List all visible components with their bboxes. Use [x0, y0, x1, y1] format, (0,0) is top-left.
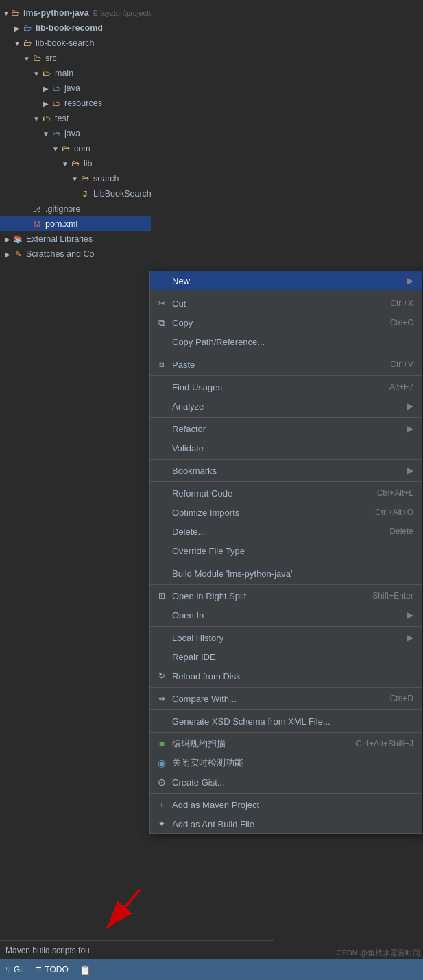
menu-item-reformat[interactable]: Reformat Code Ctrl+Alt+L [150, 483, 422, 503]
tree-item-java-test[interactable]: ▼ 🗁 java [0, 126, 151, 141]
menu-item-validate[interactable]: Validate [150, 438, 422, 457]
extra-icon: 📋 [80, 965, 90, 975]
tree-item-external-libs[interactable]: ▶ 📚 External Libraries [0, 231, 151, 247]
tree-item-lib-book-search[interactable]: ▼ 🗁 lib-book-search [0, 36, 151, 51]
menu-label: Reformat Code [172, 488, 363, 499]
menu-item-compare-with[interactable]: ⇔ Compare With... Ctrl+D [150, 689, 422, 708]
menu-label: Open in Right Split [172, 591, 359, 601]
gitignore-file-icon: ⎇ [32, 203, 43, 214]
tree-label: lib-book-recomd [36, 23, 103, 33]
menu-label: Add as Ant Build File [172, 819, 413, 829]
tree-item-lib[interactable]: ▼ 🗁 lib [0, 156, 151, 171]
menu-label: Override File Type [172, 546, 413, 556]
menu-item-refactor[interactable]: Refactor ▶ [150, 419, 422, 438]
tree-item-resources[interactable]: ▶ 🗁 resources [0, 96, 151, 111]
folder-icon: 🗁 [51, 83, 62, 94]
menu-label: Find Usages [172, 382, 376, 392]
menu-item-paste[interactable]: ⧈ Paste Ctrl+V [150, 355, 422, 374]
tree-item-lms-python-java[interactable]: ▼ 🗁 lms-python-java E:\syzton\project\lm… [0, 5, 151, 21]
validate-icon [156, 442, 168, 454]
status-bar-extra[interactable]: 📋 [80, 965, 90, 975]
menu-item-find-usages[interactable]: Find Usages Alt+F7 [150, 377, 422, 397]
menu-item-delete[interactable]: Delete... Delete [150, 522, 422, 541]
separator [150, 562, 422, 562]
arrow-icon: ▼ [32, 115, 41, 123]
tree-item-java-main[interactable]: ▶ 🗁 java [0, 81, 151, 96]
tree-label: .gitignore [45, 204, 80, 214]
reformat-icon [156, 487, 168, 499]
folder-icon: 🗁 [51, 98, 62, 109]
tree-item-lib-book-recomd[interactable]: ▶ 🗁 lib-book-recomd [0, 21, 151, 36]
tree-item-scratches[interactable]: ▶ ✎ Scratches and Co [0, 247, 151, 262]
tree-item-search[interactable]: ▼ 🗁 search [0, 171, 151, 186]
menu-item-new[interactable]: New ▶ [150, 271, 422, 290]
menu-item-optimize[interactable]: Optimize Imports Ctrl+Alt+O [150, 503, 422, 522]
cut-icon: ✂ [156, 297, 168, 310]
menu-item-copy-path[interactable]: Copy Path/Reference... [150, 332, 422, 351]
menu-item-repair-ide[interactable]: Repair IDE [150, 647, 422, 666]
menu-item-reload-disk[interactable]: ↻ Reload from Disk [150, 666, 422, 686]
tree-label: lib-book-search [36, 38, 94, 48]
optimize-icon [156, 506, 168, 518]
folder-icon: 🗁 [51, 128, 62, 139]
separator [150, 709, 422, 710]
tree-label: java [64, 84, 80, 93]
menu-item-local-history[interactable]: Local History ▶ [150, 628, 422, 647]
repair-icon [156, 651, 168, 663]
tree-label: External Libraries [26, 234, 93, 244]
folder-icon: 🗁 [22, 23, 33, 34]
menu-item-copy[interactable]: ⧉ Copy Ctrl+C [150, 313, 422, 332]
tree-sublabel: E:\syzton\project\lms-python-ja... [93, 9, 151, 17]
separator [150, 481, 422, 482]
status-bar-todo[interactable]: ☰ TODO [35, 965, 68, 975]
menu-item-open-in[interactable]: Open In ▶ [150, 605, 422, 625]
git-label: Git [14, 965, 24, 975]
tree-item-gitignore[interactable]: ⎇ .gitignore [0, 201, 151, 216]
menu-item-open-split[interactable]: ⊞ Open in Right Split Shift+Enter [150, 586, 422, 605]
shortcut-text: Ctrl+Alt+O [375, 507, 413, 517]
menu-item-add-ant[interactable]: ✦ Add as Ant Build File [150, 814, 422, 833]
maven-notice-text: Maven build scripts fou [5, 946, 90, 955]
tree-label: main [55, 68, 73, 78]
tree-item-LibBookSearchApp[interactable]: J LibBookSearchApplicatio... [0, 186, 151, 201]
menu-item-code-scan[interactable]: ■ 编码规约扫描 Ctrl+Alt+Shift+J [150, 734, 422, 753]
separator [150, 417, 422, 418]
menu-label: Refactor [172, 424, 407, 434]
tree-item-pom-xml[interactable]: M pom.xml [0, 216, 151, 231]
menu-item-build-module[interactable]: Build Module 'lms-python-java' [150, 564, 422, 583]
menu-item-close-detect[interactable]: ◉ 关闭实时检测功能 [150, 753, 422, 772]
close-detect-icon: ◉ [156, 757, 168, 769]
menu-item-override-filetype[interactable]: Override File Type [150, 541, 422, 560]
shortcut-text: Shift+Enter [372, 591, 413, 601]
tree-label: lib [84, 159, 93, 168]
menu-item-cut[interactable]: ✂ Cut Ctrl+X [150, 294, 422, 313]
menu-label: Compare With... [172, 694, 376, 704]
folder-icon: 🗁 [41, 68, 52, 79]
tree-item-main[interactable]: ▼ 🗁 main [0, 66, 151, 81]
menu-label: Open In [172, 610, 407, 620]
arrow-icon: ▼ [41, 130, 51, 138]
refactor-icon [156, 423, 168, 435]
status-bar-git[interactable]: ⑂ Git [5, 965, 24, 975]
tree-item-com[interactable]: ▼ 🗁 com [0, 141, 151, 156]
tree-label: java [64, 129, 80, 138]
menu-item-create-gist[interactable]: ⊙ Create Gist... [150, 772, 422, 792]
file-tree: ▼ 🗁 lms-python-java E:\syzton\project\lm… [0, 0, 151, 980]
find-icon [156, 381, 168, 393]
shortcut-text: Ctrl+X [390, 299, 413, 308]
menu-item-bookmarks[interactable]: Bookmarks ▶ [150, 461, 422, 480]
folder-icon: 🗁 [22, 38, 33, 49]
arrow-icon: ▶ [12, 25, 22, 32]
menu-item-add-maven[interactable]: + Add as Maven Project [150, 795, 422, 814]
menu-label: Repair IDE [172, 652, 413, 662]
arrow-icon: ▼ [12, 40, 22, 47]
delete-icon [156, 525, 168, 538]
tree-item-test[interactable]: ▼ 🗁 test [0, 111, 151, 126]
tree-item-src[interactable]: ▼ 🗁 src [0, 51, 151, 66]
menu-label: Paste [172, 360, 376, 370]
folder-icon: 🗁 [70, 158, 81, 169]
menu-item-gen-xsd[interactable]: Generate XSD Schema from XML File... [150, 712, 422, 731]
menu-label: 编码规约扫描 [172, 738, 342, 750]
menu-item-analyze[interactable]: Analyze ▶ [150, 397, 422, 416]
new-icon [156, 275, 168, 287]
